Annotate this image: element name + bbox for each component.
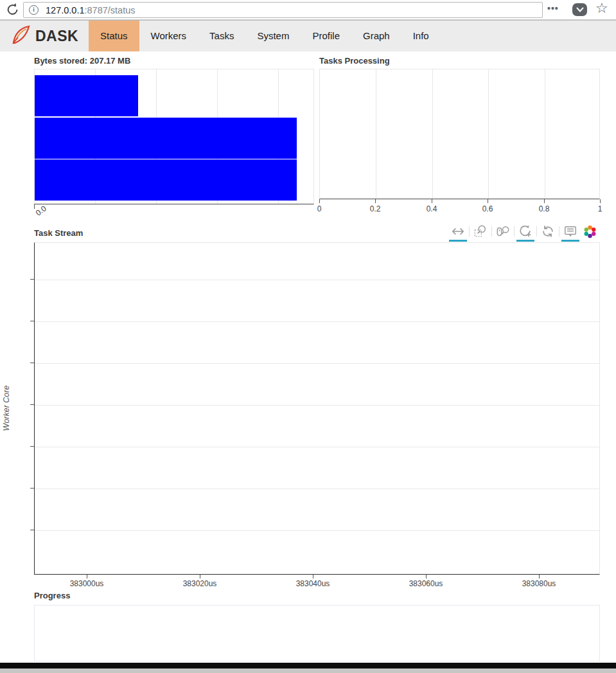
task-stream-y-tick (30, 488, 34, 489)
tab-profile[interactable]: Profile (301, 21, 351, 51)
tasks-processing-chart: Tasks Processing 00.20.40.60.81 (319, 56, 600, 220)
hover-tool-icon[interactable] (563, 224, 578, 239)
tasks-processing-tick (319, 199, 320, 203)
toolbar-separator (514, 226, 515, 237)
tab-workers[interactable]: Workers (139, 21, 198, 51)
task-stream-x-tick (87, 575, 87, 579)
bytes-stored-title: Bytes stored: 207.17 MB (34, 56, 130, 66)
box-zoom-tool-icon[interactable] (473, 224, 488, 239)
task-stream-y-tick (30, 530, 34, 530)
url-host: 127.0.0.1 (46, 5, 84, 15)
tab-graph[interactable]: Graph (351, 21, 401, 51)
task-stream-x-tick-label: 383020us (174, 579, 225, 588)
bytes-bar (35, 118, 297, 159)
tasks-processing-tick (544, 199, 545, 203)
task-stream-x-tick (426, 575, 427, 579)
task-stream-gridline (35, 280, 599, 280)
task-stream-x-tick-label: 383060us (400, 579, 452, 588)
bokeh-logo-icon[interactable] (582, 224, 597, 239)
more-menu-icon[interactable]: ••• (547, 3, 559, 13)
task-stream-gridline (35, 447, 599, 447)
bookmark-star-icon[interactable]: ☆ (595, 0, 608, 17)
reload-icon[interactable] (6, 3, 20, 17)
tasks-processing-tick-label: 0.2 (362, 204, 388, 213)
tasks-processing-gridline (545, 69, 545, 199)
tab-status[interactable]: Status (89, 21, 139, 51)
task-stream-y-tick (30, 321, 34, 321)
task-stream-x-tick-label: 383000us (61, 579, 112, 588)
tasks-processing-tick-label: 0.8 (531, 204, 557, 213)
tab-tasks[interactable]: Tasks (198, 21, 245, 51)
task-stream-x-tick (200, 575, 200, 579)
task-stream-plot[interactable] (34, 242, 600, 575)
dask-nav-bar: DASK StatusWorkersTasksSystemProfileGrap… (0, 20, 616, 51)
pan-x-tool-icon[interactable] (450, 224, 466, 239)
progress-plot[interactable] (34, 605, 600, 661)
tasks-processing-plot[interactable] (319, 69, 600, 199)
xwheel-zoom-tool-icon[interactable] (518, 224, 533, 239)
task-stream-x-tick (539, 575, 540, 579)
toolbar-separator (536, 226, 537, 237)
bytes-axis-label: 0.0 (34, 204, 48, 217)
task-stream-x-tick-label: 383040us (287, 579, 339, 588)
task-stream-title: Task Stream (34, 228, 83, 238)
task-stream-x-tick (313, 575, 313, 579)
bokeh-toolbar (448, 222, 599, 241)
task-stream-gridline (35, 321, 599, 322)
desktop-edge-strip (0, 669, 616, 673)
dask-leaf-icon (10, 24, 32, 48)
tasks-processing-tick-label: 1 (587, 204, 613, 213)
tasks-processing-gridline (488, 69, 489, 199)
tasks-processing-tick (375, 199, 376, 203)
dask-dashboard-page: i 127.0.0.1 :8787/status ••• ☆ DASK Stat… (0, 0, 616, 673)
task-stream-y-tick (30, 404, 34, 405)
wheel-zoom-tool-icon[interactable] (495, 224, 511, 239)
tasks-processing-gridline (376, 69, 376, 199)
task-stream-y-tick (30, 279, 34, 280)
tab-info[interactable]: Info (401, 21, 441, 51)
tasks-processing-tick-label: 0.4 (419, 204, 444, 213)
bytes-stored-plot[interactable] (34, 69, 314, 204)
tasks-processing-tick-label: 0 (306, 204, 332, 213)
window-bottom-bar (0, 663, 616, 669)
bytes-stored-chart: Bytes stored: 207.17 MB 0.0 (34, 56, 314, 223)
bytes-bar (35, 159, 297, 201)
pocket-icon[interactable] (572, 3, 587, 16)
toolbar-separator (469, 226, 470, 237)
task-stream-gridline (35, 405, 599, 406)
task-stream-gridline (35, 530, 599, 531)
toolbar-separator (491, 226, 492, 237)
task-stream-y-tick (30, 446, 34, 447)
tasks-processing-tick (432, 199, 432, 203)
nav-tabs: StatusWorkersTasksSystemProfileGraphInfo (89, 21, 441, 51)
task-stream-chart: Task Stream Worker Core 383000us383020us… (0, 228, 616, 589)
info-icon[interactable]: i (29, 5, 39, 15)
task-stream-gridline (35, 363, 599, 364)
url-path: :8787/status (84, 5, 135, 15)
progress-chart: Progress (34, 591, 600, 663)
tasks-processing-tick-label: 0.6 (475, 204, 500, 213)
dask-logo-text: DASK (35, 28, 78, 45)
bytes-axis-tick (34, 204, 35, 209)
task-stream-gridline (35, 489, 599, 489)
browser-toolbar: i 127.0.0.1 :8787/status ••• ☆ (0, 0, 616, 20)
tasks-processing-gridline (432, 69, 433, 199)
progress-title: Progress (34, 591, 70, 600)
url-bar[interactable]: i 127.0.0.1 :8787/status (23, 2, 543, 18)
dask-logo: DASK (10, 21, 78, 51)
task-stream-y-axis-label: Worker Core (2, 386, 11, 431)
task-stream-x-tick-label: 383080us (513, 579, 565, 588)
tasks-processing-tick (600, 199, 601, 203)
task-stream-y-tick (30, 363, 34, 363)
bytes-bar (35, 75, 138, 116)
reset-tool-icon[interactable] (540, 224, 556, 239)
tab-system[interactable]: System (245, 21, 301, 51)
toolbar-separator (559, 226, 559, 237)
tasks-processing-tick (488, 199, 488, 203)
tasks-processing-title: Tasks Processing (319, 56, 390, 66)
